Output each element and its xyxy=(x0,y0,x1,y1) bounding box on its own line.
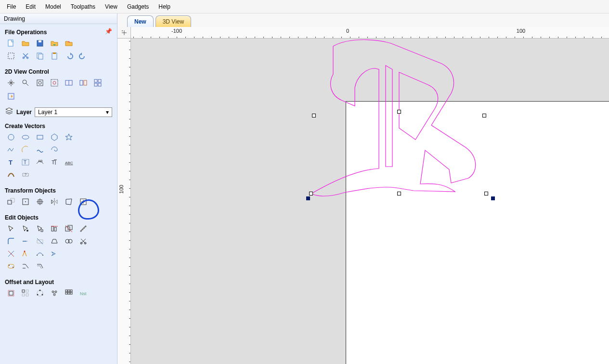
plate-icon[interactable] xyxy=(63,287,75,299)
svg-rect-11 xyxy=(37,80,43,86)
toggle-grid-icon[interactable] xyxy=(63,77,75,89)
canvas-area[interactable]: New 3D View -100 0 100 100 xyxy=(117,13,609,364)
selection-anchor[interactable] xyxy=(491,196,495,200)
menu-view[interactable]: View xyxy=(101,2,121,12)
split-view-icon[interactable] xyxy=(77,77,90,89)
boolean-icon[interactable] xyxy=(63,223,75,234)
svg-rect-0 xyxy=(8,40,13,46)
smooth-icon[interactable] xyxy=(48,248,61,260)
menu-toolpaths[interactable]: Toolpaths xyxy=(67,2,99,12)
extend-icon[interactable] xyxy=(19,235,32,247)
svg-rect-62 xyxy=(22,294,25,296)
move-to-origin-icon[interactable] xyxy=(77,196,90,208)
save-icon[interactable] xyxy=(34,38,46,49)
rectangle-icon[interactable] xyxy=(34,131,46,143)
weld-icon[interactable] xyxy=(63,235,75,247)
distort-icon[interactable] xyxy=(63,196,75,208)
array-icon[interactable] xyxy=(19,287,32,299)
menu-model[interactable]: Model xyxy=(41,2,65,12)
selection-handle[interactable] xyxy=(482,114,486,117)
selection-handle[interactable] xyxy=(309,192,313,195)
zoom-icon[interactable] xyxy=(19,77,32,89)
tile-icon[interactable] xyxy=(91,77,104,89)
offset-vector-icon[interactable] xyxy=(34,260,46,272)
menu-help[interactable]: Help xyxy=(155,2,174,12)
merge-icon[interactable] xyxy=(19,260,32,272)
validate-icon[interactable] xyxy=(19,248,32,260)
star-icon[interactable] xyxy=(63,131,75,143)
menu-edit[interactable]: Edit xyxy=(22,2,39,12)
new-file-icon[interactable] xyxy=(5,38,17,49)
circle-icon[interactable] xyxy=(5,131,17,143)
svg-rect-74 xyxy=(65,292,67,294)
redo-icon[interactable] xyxy=(77,50,90,62)
polygon-icon[interactable] xyxy=(48,131,61,143)
nest-shapes-icon[interactable]: Nst xyxy=(77,287,90,299)
pin-icon[interactable]: 📌 xyxy=(105,28,112,35)
align-icon[interactable] xyxy=(19,196,32,208)
layers-icon[interactable] xyxy=(5,107,13,117)
mirror-icon[interactable] xyxy=(48,196,61,208)
nesting-icon[interactable] xyxy=(48,287,61,299)
trim-icon[interactable] xyxy=(34,235,46,247)
arc-icon[interactable] xyxy=(19,144,32,156)
offset-icon[interactable] xyxy=(5,287,17,299)
group-align-icon[interactable] xyxy=(48,223,61,234)
layer-selected-value: Layer 1 xyxy=(38,109,57,116)
cut-icon[interactable] xyxy=(19,50,32,62)
open-close-icon[interactable] xyxy=(48,235,61,247)
select-icon[interactable] xyxy=(5,223,17,234)
copy-icon[interactable] xyxy=(34,50,46,62)
2d-viewport[interactable] xyxy=(131,39,609,364)
selection-handle[interactable] xyxy=(312,114,316,117)
center-icon[interactable] xyxy=(34,196,46,208)
vector-letter-r[interactable] xyxy=(307,39,490,197)
menu-file[interactable]: File xyxy=(3,2,20,12)
zoom-extents-icon[interactable] xyxy=(48,77,61,89)
selection-handle[interactable] xyxy=(397,192,401,195)
curve-icon[interactable] xyxy=(34,144,46,156)
move-icon[interactable] xyxy=(5,196,17,208)
open-folder-icon[interactable] xyxy=(19,38,32,49)
measure-icon[interactable] xyxy=(77,223,90,234)
export-view-icon[interactable] xyxy=(5,91,17,102)
ruler-origin-icon[interactable] xyxy=(117,27,131,39)
text-on-curve-icon[interactable]: AB xyxy=(34,156,46,168)
circular-array-icon[interactable] xyxy=(34,287,46,299)
2d-view-control-heading: 2D View Control xyxy=(5,68,112,75)
spiral-icon[interactable] xyxy=(48,144,61,156)
auto-text-icon[interactable]: ABC xyxy=(63,156,75,168)
svg-rect-2 xyxy=(39,40,41,42)
undo-icon[interactable] xyxy=(63,50,75,62)
trace-icon[interactable] xyxy=(5,169,17,181)
text-path-icon[interactable]: T xyxy=(48,156,61,168)
layer-select[interactable]: Layer 1 ▾ xyxy=(35,107,112,117)
fillet-icon[interactable] xyxy=(5,235,17,247)
tab-new[interactable]: New xyxy=(127,15,154,27)
node-edit-icon[interactable] xyxy=(34,223,46,234)
layer-label: Layer xyxy=(16,109,32,116)
zoom-window-icon[interactable] xyxy=(34,77,46,89)
menu-gadgets[interactable]: Gadgets xyxy=(123,2,153,12)
bounds-icon[interactable] xyxy=(5,50,17,62)
tab-3d-view[interactable]: 3D View xyxy=(155,15,191,27)
pan-icon[interactable] xyxy=(5,77,17,89)
ellipse-icon[interactable] xyxy=(19,131,32,143)
corner-icon[interactable] xyxy=(5,248,17,260)
text-icon[interactable]: T xyxy=(5,156,17,168)
selection-anchor[interactable] xyxy=(306,196,310,200)
node-select-icon[interactable] xyxy=(19,223,32,234)
polyline-icon[interactable] xyxy=(5,144,17,156)
join-icon[interactable] xyxy=(34,248,46,260)
export-icon[interactable] xyxy=(63,38,75,49)
svg-point-14 xyxy=(53,81,56,84)
svg-rect-76 xyxy=(70,292,72,294)
paste-icon[interactable] xyxy=(48,50,61,62)
selection-handle[interactable] xyxy=(397,110,401,114)
scissors-icon[interactable] xyxy=(77,235,90,247)
dimension-icon[interactable]: ? xyxy=(19,169,32,181)
fit-curves-icon[interactable] xyxy=(5,260,17,272)
import-icon[interactable] xyxy=(48,38,61,49)
selection-handle[interactable] xyxy=(484,192,488,195)
text-block-icon[interactable]: T xyxy=(19,156,32,168)
